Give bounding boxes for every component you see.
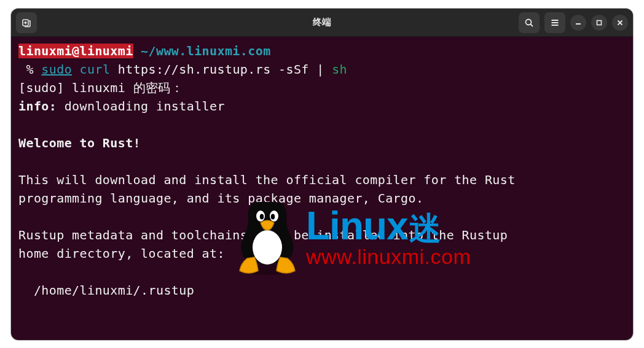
cmd-sh: sh bbox=[332, 62, 347, 77]
new-tab-icon bbox=[22, 18, 31, 28]
rustup-path: /home/linuxmi/.rustup bbox=[18, 281, 626, 300]
para1-line2: programming language, and its package ma… bbox=[18, 189, 626, 207]
blank-line bbox=[18, 115, 626, 134]
command-line: % sudo curl https://sh.rustup.rs -sSf | … bbox=[18, 60, 626, 79]
cmd-url: https://sh.rustup.rs -sSf bbox=[118, 62, 309, 77]
window-title: 终端 bbox=[313, 17, 331, 28]
svg-point-1 bbox=[526, 19, 532, 25]
info-prefix: info: bbox=[18, 99, 57, 114]
minimize-icon bbox=[575, 19, 582, 26]
info-line: info: downloading installer bbox=[18, 97, 626, 115]
prompt-path: ~/www.linuxmi.com bbox=[141, 44, 271, 58]
titlebar: 终端 bbox=[11, 9, 633, 37]
prompt-user: linuxmi@linuxmi bbox=[18, 44, 133, 58]
cmd-curl: curl bbox=[80, 62, 111, 77]
maximize-icon bbox=[595, 19, 603, 26]
para2-line1: Rustup metadata and toolchains will be i… bbox=[18, 226, 626, 244]
terminal-window: 终端 bbox=[11, 9, 633, 340]
close-button[interactable] bbox=[612, 15, 628, 31]
info-text: downloading installer bbox=[57, 99, 225, 114]
terminal-content[interactable]: linuxmi@linuxmi ~/www.linuxmi.com % sudo… bbox=[11, 37, 633, 304]
para1-line1: This will download and install the offic… bbox=[18, 171, 626, 189]
minimize-button[interactable] bbox=[570, 15, 586, 31]
cmd-pipe: | bbox=[316, 62, 324, 77]
blank-line bbox=[18, 207, 626, 226]
menu-button[interactable] bbox=[544, 12, 565, 33]
maximize-button[interactable] bbox=[591, 15, 607, 31]
welcome-line: Welcome to Rust! bbox=[18, 134, 626, 152]
search-button[interactable] bbox=[519, 12, 540, 33]
hamburger-icon bbox=[550, 18, 560, 28]
new-tab-button[interactable] bbox=[16, 12, 37, 33]
prompt-symbol: % bbox=[18, 62, 34, 77]
sudo-prompt: [sudo] linuxmi 的密码： bbox=[18, 79, 626, 97]
cmd-sudo: sudo bbox=[41, 62, 72, 77]
svg-rect-2 bbox=[597, 20, 602, 25]
search-icon bbox=[524, 18, 534, 28]
para2-line2: home directory, located at: bbox=[18, 244, 626, 263]
prompt-line: linuxmi@linuxmi ~/www.linuxmi.com bbox=[18, 42, 626, 60]
close-icon bbox=[616, 19, 624, 26]
blank-line bbox=[18, 263, 626, 281]
blank-line bbox=[18, 152, 626, 171]
